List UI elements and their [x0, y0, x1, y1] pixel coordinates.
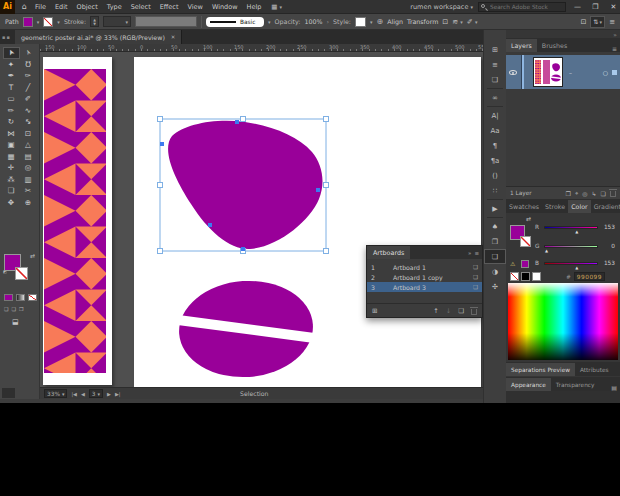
tab-appearance[interactable]: Appearance [506, 378, 551, 391]
home-icon[interactable]: ⌂ [22, 2, 27, 11]
tab-close-icon[interactable]: ✕ [171, 34, 176, 40]
artboards-panel-icon[interactable]: ❏ [484, 249, 506, 264]
tool-paintbrush[interactable]: ✐ [20, 93, 37, 105]
none-swatch[interactable] [510, 272, 519, 281]
tool-type[interactable]: T [3, 82, 20, 94]
align-panel-icon[interactable]: ≡ [484, 57, 506, 72]
layer-selection-indicator[interactable] [612, 70, 617, 75]
pattern-options-panel-icon[interactable]: ✣ [484, 279, 506, 294]
stroke-weight-combo[interactable]: ▾ [103, 16, 131, 27]
tool-rotate[interactable]: ↻ [3, 116, 20, 128]
move-up-icon[interactable]: ↑ [433, 307, 438, 315]
tool-eyedropper[interactable]: ✛ [3, 162, 20, 174]
black-swatch[interactable] [521, 272, 530, 281]
tab-transparency[interactable]: Transparency [551, 378, 600, 391]
document-tab[interactable]: geometric poster ai.ai* @ 33% (RGB/Previ… [15, 30, 182, 44]
tool-lasso[interactable]: ℧ [20, 59, 37, 71]
tab-gradient[interactable]: Gradient [591, 200, 620, 213]
symbols-panel-icon[interactable]: ♠ [484, 219, 506, 234]
panel-menu-icon[interactable]: ≡ [474, 250, 479, 256]
previous-artboard-icon[interactable]: ◀ [81, 391, 85, 397]
color-spectrum-picker[interactable] [508, 283, 618, 360]
tool-shaper[interactable]: ∿ [20, 105, 37, 117]
move-down-icon[interactable]: ↓ [446, 307, 451, 315]
stroke-weight-stepper[interactable]: ▲ ▼ [90, 16, 99, 27]
tab-brushes[interactable]: Brushes [537, 39, 572, 52]
paragraph-panel-icon[interactable]: ¶ [484, 138, 506, 153]
character-panel-icon[interactable]: A| [484, 108, 506, 123]
menu-effect[interactable]: Effect [160, 3, 179, 11]
opentype-panel-icon[interactable]: () [484, 168, 506, 183]
screen-split-icon[interactable]: ⇅ ▾ [590, 16, 605, 28]
rearrange-artboards-icon[interactable]: ⊞ [372, 307, 377, 315]
blue-channel-slider[interactable]: ▲ [544, 262, 598, 265]
variable-width-profile[interactable] [135, 16, 197, 27]
links-panel-icon[interactable]: ∞ [484, 90, 506, 105]
fill-color-swatch[interactable] [23, 17, 33, 27]
tool-artboard[interactable]: ❏ [3, 185, 20, 197]
stroke-color-swatch[interactable] [43, 17, 53, 27]
menu-object[interactable]: Object [77, 3, 98, 11]
artboard-row-2[interactable]: 2 Artboard 1 copy ❏ [367, 272, 482, 282]
search-input[interactable] [478, 2, 566, 12]
tool-slice[interactable]: ✂ [20, 185, 37, 197]
tool-magic-wand[interactable]: ✦ [3, 59, 20, 71]
opacity-value[interactable]: 100% [304, 18, 322, 25]
close-button[interactable]: ✕ [607, 3, 620, 11]
tab-swatches[interactable]: Swatches [506, 200, 542, 213]
tool-hand[interactable]: ✥ [3, 197, 20, 209]
new-layer-icon[interactable]: ❏ [601, 190, 606, 197]
document-setup-icon[interactable]: ⊕ [376, 17, 383, 26]
tool-rectangle[interactable]: ▭ [3, 93, 20, 105]
arrange-icon[interactable]: ⊡ [442, 18, 448, 26]
color-mode-button[interactable] [4, 294, 13, 301]
chevron-right-icon[interactable]: › [326, 18, 329, 25]
gamut-warning-icon[interactable]: ⚠ [510, 260, 515, 267]
tool-pencil[interactable]: ✏ [3, 105, 20, 117]
screen-mode-icon[interactable]: ⬓ [12, 318, 19, 326]
workspace-selector[interactable]: rumen workspace ▾ [410, 3, 473, 11]
slider-thumb-icon[interactable]: ▲ [575, 265, 578, 270]
swap-fill-stroke-icon[interactable]: ⇄ [526, 215, 531, 222]
tab-color[interactable]: Color [568, 200, 590, 213]
delete-layer-icon[interactable] [610, 191, 616, 197]
transform-button[interactable]: Transform [407, 18, 438, 25]
clipping-mask-icon[interactable]: ◎ [582, 190, 587, 197]
align-button[interactable]: Align [387, 18, 403, 25]
closest-web-color-swatch[interactable] [521, 260, 529, 268]
page-icon[interactable]: ❏ [473, 284, 478, 290]
list-icon[interactable]: ≡ [609, 18, 615, 26]
tab-stroke[interactable]: Stroke [542, 200, 568, 213]
menu-type[interactable]: Type [107, 3, 122, 11]
new-artboard-icon[interactable]: ❏ [458, 307, 464, 315]
canvas-pasteboard[interactable] [40, 52, 483, 387]
tool-symbol-sprayer[interactable]: ⁂ [3, 174, 20, 186]
page-icon[interactable]: ❏ [473, 264, 478, 270]
workspace-switcher-icon[interactable]: ▦ ▾ [271, 3, 282, 11]
pathfinder-panel-icon[interactable]: ❏ [484, 72, 506, 87]
green-channel-slider[interactable]: ▲ [544, 245, 598, 248]
caret-down-icon[interactable]: ▾ [268, 19, 271, 25]
white-swatch[interactable] [532, 272, 541, 281]
toolbar-stroke-swatch[interactable] [15, 267, 28, 280]
menu-help[interactable]: Help [247, 3, 262, 11]
style-swatch[interactable] [355, 17, 366, 27]
tool-curvature[interactable]: ✑ [20, 70, 37, 82]
red-channel-slider[interactable]: ▲ [544, 226, 598, 229]
artboards-panel-tab[interactable]: Artboards [367, 246, 410, 259]
tool-zoom[interactable]: ⊕ [20, 197, 37, 209]
tool-blend[interactable]: ◎ [20, 162, 37, 174]
artboard-nav-select[interactable]: 3 ▾ [89, 389, 103, 398]
tab-layers[interactable]: Layers [506, 39, 537, 52]
tool-mesh[interactable]: ▦ [3, 151, 20, 163]
none-mode-button[interactable] [28, 294, 37, 301]
tool-pen[interactable]: ✒ [3, 70, 20, 82]
menu-select[interactable]: Select [131, 3, 151, 11]
menu-view[interactable]: View [187, 3, 202, 11]
artboard-row-3-selected[interactable]: 3 Artboard 3 ❏ [367, 282, 482, 292]
artboard-row-1[interactable]: 1 Artboard 1 ❏ [367, 262, 482, 272]
tool-column-graph[interactable]: ▥ [20, 174, 37, 186]
gradient-annotator-panel-icon[interactable]: ◑ [484, 264, 506, 279]
tool-perspective-grid[interactable]: △ [20, 139, 37, 151]
restore-button[interactable]: ❐ [589, 3, 602, 11]
